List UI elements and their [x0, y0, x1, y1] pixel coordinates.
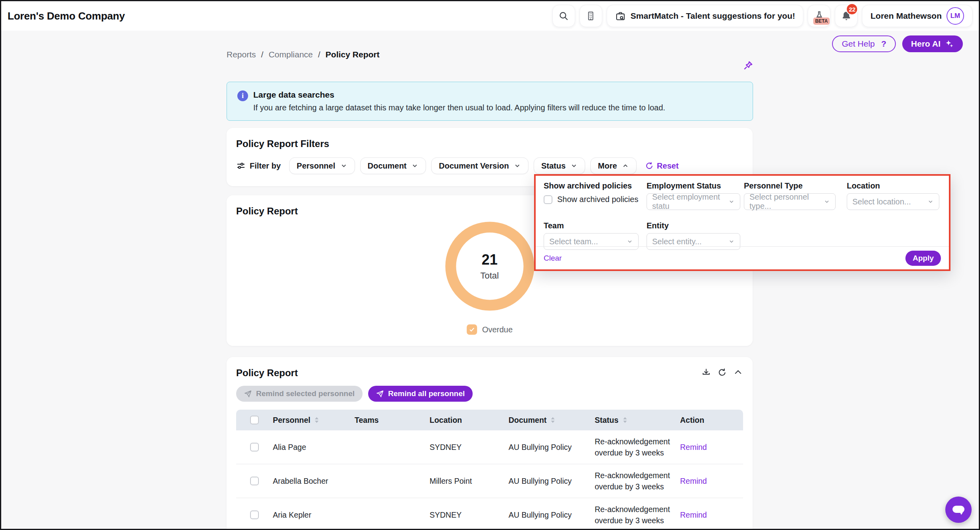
sparkles-icon	[945, 39, 954, 49]
banner-body: If you are fetching a large dataset this…	[253, 103, 743, 112]
filter-document-label: Document	[368, 161, 407, 171]
company-switcher-button[interactable]	[580, 5, 602, 27]
smartmatch-button[interactable]: SmartMatch - Talent suggestions for you!	[607, 5, 804, 27]
column-label: Teams	[355, 416, 379, 425]
cell-document: AU Bullying Policy	[501, 475, 587, 487]
filter-row: Filter by Personnel Document Document Ve…	[227, 149, 753, 174]
chevron-down-icon	[728, 198, 735, 205]
collapse-icon[interactable]	[733, 367, 743, 377]
policy-report-table: Personnel Teams Location Document Status	[236, 410, 743, 530]
remind-selected-label: Remind selected personnel	[256, 389, 355, 398]
employment-status-select[interactable]: Select employment statu	[647, 193, 740, 210]
legend-overdue-label: Overdue	[482, 325, 513, 334]
filter-document-version-button[interactable]: Document Version	[431, 157, 528, 174]
cell-personnel: Arabella Bocher	[265, 475, 347, 487]
check-icon	[469, 326, 475, 333]
hero-ai-button[interactable]: Hero AI	[902, 35, 963, 52]
topbar: Loren's Demo Company SmartMatch - Talent…	[1, 1, 979, 31]
send-icon	[244, 390, 252, 398]
building-icon	[586, 11, 596, 21]
apply-filters-button[interactable]: Apply	[905, 251, 941, 266]
question-mark-icon: ?	[881, 39, 886, 49]
refresh-icon[interactable]	[717, 367, 727, 377]
remind-row-link[interactable]: Remind	[672, 509, 743, 520]
row-checkbox[interactable]	[250, 443, 259, 451]
labs-button[interactable]: BETA	[808, 5, 830, 27]
filter-more-button[interactable]: More	[590, 157, 637, 174]
chat-launcher-button[interactable]	[945, 497, 972, 523]
column-label: Location	[430, 416, 462, 425]
cell-document: AU Bullying Policy	[501, 509, 587, 520]
reset-icon	[645, 161, 654, 170]
cell-location: SYDNEY	[422, 442, 501, 453]
show-archived-checkbox[interactable]	[544, 195, 552, 204]
filter-personnel-button[interactable]: Personnel	[289, 157, 355, 174]
filter-document-version-label: Document Version	[439, 161, 509, 171]
column-label: Document	[509, 416, 546, 425]
cell-personnel: Aria Kepler	[265, 509, 347, 520]
team-placeholder: Select team...	[549, 237, 598, 246]
remind-row-link[interactable]: Remind	[672, 442, 743, 453]
chevron-down-icon	[411, 162, 418, 169]
breadcrumb: Reports / Compliance / Policy Report	[227, 50, 379, 59]
download-icon[interactable]	[701, 367, 711, 377]
sort-icon	[550, 416, 556, 424]
chevron-down-icon	[570, 162, 578, 169]
row-checkbox[interactable]	[250, 477, 259, 485]
column-header-action: Action	[672, 416, 743, 425]
company-name: Loren's Demo Company	[8, 10, 125, 22]
location-select[interactable]: Select location...	[847, 193, 939, 210]
filter-document-button[interactable]: Document	[360, 157, 426, 174]
chevron-down-icon	[927, 198, 934, 205]
popover-footer: Clear Apply	[536, 246, 949, 269]
large-data-banner: i Large data searches If you are fetchin…	[227, 82, 753, 121]
remind-all-label: Remind all personnel	[388, 389, 465, 398]
info-icon: i	[237, 90, 248, 101]
notification-count-badge: 22	[846, 3, 858, 15]
user-name: Loren Mathewson	[870, 11, 942, 21]
beta-badge: BETA	[813, 18, 830, 25]
table-header-row: Personnel Teams Location Document Status	[236, 410, 743, 430]
remind-selected-button[interactable]: Remind selected personnel	[236, 386, 363, 402]
pin-page-icon[interactable]	[741, 59, 754, 72]
send-icon	[376, 390, 384, 398]
policy-report-table-card: Policy Report Remind selected personnel …	[227, 357, 753, 530]
location-placeholder: Select location...	[852, 197, 911, 206]
user-menu-button[interactable]: Loren Mathewson LM	[862, 5, 972, 27]
legend-overdue-checkbox[interactable]	[467, 324, 477, 335]
personnel-type-select[interactable]: Select personnel type...	[744, 193, 836, 210]
breadcrumb-reports[interactable]: Reports	[227, 50, 256, 59]
column-header-teams: Teams	[347, 416, 422, 425]
column-label: Status	[595, 416, 619, 425]
search-button[interactable]	[552, 5, 575, 27]
avatar: LM	[946, 7, 964, 25]
reset-filters-button[interactable]: Reset	[645, 161, 678, 171]
filters-title: Policy Report Filters	[227, 128, 753, 149]
table-title: Policy Report	[227, 357, 753, 379]
breadcrumb-compliance[interactable]: Compliance	[268, 50, 313, 59]
column-header-document[interactable]: Document	[501, 416, 587, 425]
hero-ai-label: Hero AI	[911, 39, 941, 49]
remind-all-button[interactable]: Remind all personnel	[368, 386, 473, 402]
chat-bubble-icon	[951, 503, 966, 516]
column-header-status[interactable]: Status	[587, 416, 672, 425]
help-row: Get Help ? Hero AI	[832, 35, 963, 52]
filter-status-button[interactable]: Status	[534, 157, 585, 174]
remind-row-link[interactable]: Remind	[672, 475, 743, 487]
column-label: Action	[680, 416, 704, 425]
filter-more-label: More	[598, 161, 617, 171]
donut-total-value: 21	[481, 251, 497, 268]
chevron-up-icon	[622, 162, 629, 169]
chevron-down-icon	[627, 238, 633, 245]
breadcrumb-current: Policy Report	[325, 50, 379, 59]
archived-group-label: Show archived policies	[544, 181, 632, 190]
notifications-button[interactable]: 22	[835, 5, 858, 27]
show-archived-label: Show archived policies	[557, 195, 638, 204]
cell-location: SYDNEY	[422, 509, 501, 520]
clear-filters-link[interactable]: Clear	[544, 254, 562, 263]
column-header-personnel[interactable]: Personnel	[265, 416, 347, 425]
row-checkbox[interactable]	[250, 510, 259, 519]
get-help-button[interactable]: Get Help ?	[832, 35, 896, 52]
select-all-checkbox[interactable]	[250, 416, 259, 424]
filter-by: Filter by	[236, 161, 281, 171]
